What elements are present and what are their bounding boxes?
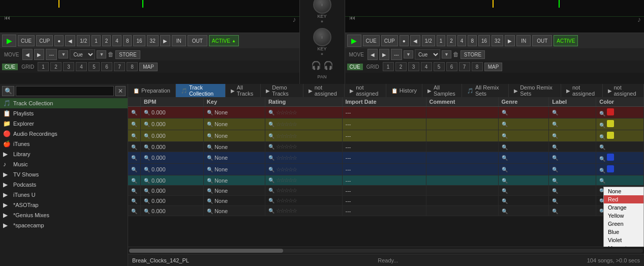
color-swatch[interactable] (607, 120, 614, 127)
deck-right-loop-2[interactable]: 2 (447, 35, 456, 46)
deck-left-move-prev[interactable]: ◀ (22, 49, 33, 60)
tab-demo-remix-sets[interactable]: ▶ Demo Remix Sets (509, 84, 561, 97)
color-swatch[interactable] (607, 154, 614, 161)
deck-right-cue-button[interactable]: CUE (363, 35, 380, 46)
sidebar-item-itunes-u[interactable]: ▶ iTunes U (0, 190, 128, 200)
row-rating[interactable]: 🔍 ☆☆☆☆☆ (265, 130, 342, 142)
row-stars[interactable]: ☆☆☆☆☆ (276, 208, 296, 214)
deck-right-loop-16[interactable]: 16 (478, 35, 490, 46)
deck-left-play-button[interactable]: ▶ (2, 35, 16, 47)
tab-demo-tracks[interactable]: ▶ Demo Tracks (261, 84, 303, 97)
color-option-red[interactable]: Red (604, 195, 643, 203)
table-row[interactable]: 🔍🔍 0.000🔍 None🔍 ☆☆☆☆☆---🔍 🔍 🔍 (128, 206, 644, 216)
row-rating[interactable]: 🔍 ☆☆☆☆☆ (265, 152, 342, 164)
key-dot-right[interactable]: ● (321, 51, 323, 56)
deck-left-cup-button[interactable]: CUP (36, 35, 53, 46)
key-knob-left[interactable]: i (313, 0, 331, 14)
headphones-left-icon[interactable]: 🎧 (311, 61, 321, 70)
row-stars[interactable]: ☆☆☆☆☆ (276, 109, 296, 115)
headphones-right-icon[interactable]: 🎧 (323, 61, 333, 70)
deck-left-loop-16[interactable]: 16 (133, 35, 145, 46)
deck-right-loop-prev[interactable]: ◀ (410, 35, 420, 46)
col-header-rating[interactable]: Rating (265, 97, 342, 107)
color-option-magenta[interactable]: Magenta (604, 244, 643, 247)
deck-left-map-button[interactable]: MAP (139, 63, 158, 71)
deck-right-grid-2[interactable]: 2 (395, 62, 407, 71)
deck-left-loop-8[interactable]: 8 (123, 35, 132, 46)
deck-left-trash-button[interactable]: 🗑 (108, 51, 114, 58)
deck-left-grid-2[interactable]: 2 (50, 62, 62, 71)
row-color[interactable]: 🔍 (596, 152, 644, 164)
row-rating[interactable]: 🔍 ☆☆☆☆☆ (265, 164, 342, 175)
deck-left-loop-2[interactable]: 2 (102, 35, 111, 46)
deck-right-loop-half[interactable]: 1/2 (422, 35, 435, 46)
tab-track-collection[interactable]: 🎵 Track Collection (176, 84, 226, 97)
deck-left-grid-1[interactable]: 1 (38, 62, 49, 71)
row-stars[interactable]: ☆☆☆☆☆ (276, 155, 296, 161)
row-search-icon[interactable]: 🔍 (128, 142, 141, 152)
sidebar-item-track-collection[interactable]: 🎵 Track Collection (0, 98, 128, 108)
deck-left-loop-1[interactable]: 1 (91, 35, 101, 46)
table-row[interactable]: 🔍🔍 0.000🔍 None🔍 ☆☆☆☆☆---🔍 🔍 🔍 (128, 130, 644, 142)
table-row[interactable]: 🔍🔍 0.000🔍 None🔍 ☆☆☆☆☆---🔍 🔍 🔍 (128, 186, 644, 196)
table-row[interactable]: 🔍🔍 0.000🔍 None🔍 ☆☆☆☆☆---🔍 🔍 🔍 (128, 164, 644, 175)
deck-left-grid-4[interactable]: 4 (76, 62, 87, 71)
sidebar-clear-button[interactable]: ✕ (115, 86, 126, 96)
deck-right-grid-1[interactable]: 1 (383, 62, 394, 71)
deck-right-loop-1[interactable]: 1 (437, 35, 446, 46)
color-option-green[interactable]: Green (604, 220, 643, 228)
deck-right-move-next[interactable]: ▶ (379, 49, 389, 60)
h-scrollbar[interactable] (128, 247, 644, 254)
sidebar-item-audio-recordings[interactable]: 🔴 Audio Recordings (0, 129, 128, 139)
row-search-icon[interactable]: 🔍 (128, 130, 141, 142)
sidebar-item-asotrap[interactable]: ▶ *ASOTrap (0, 200, 128, 210)
table-row[interactable]: 🔍🔍 0.000🔍 None🔍 ☆☆☆☆☆---🔍 🔍 🔍 (128, 175, 644, 186)
row-search-icon[interactable]: 🔍 (128, 175, 141, 186)
row-stars[interactable]: ☆☆☆☆☆ (276, 166, 296, 172)
deck-left-grid-5[interactable]: 5 (88, 62, 100, 71)
deck-left-cue-select[interactable]: Cue Loop Grid (70, 49, 95, 60)
deck-left-grid-6[interactable]: 6 (101, 62, 112, 71)
color-option-orange[interactable]: Orange (604, 203, 643, 212)
deck-left-move-next[interactable]: ▶ (34, 49, 44, 60)
deck-left-cue-dropdown[interactable]: ▼ (97, 50, 106, 58)
row-search-icon[interactable]: 🔍 (128, 164, 141, 175)
row-search-icon[interactable]: 🔍 (128, 196, 141, 206)
deck-right-loop-dot[interactable]: ● (400, 35, 409, 46)
row-stars[interactable]: ☆☆☆☆☆ (276, 143, 296, 150)
sidebar-item-itunes[interactable]: 🍎 iTunes (0, 139, 128, 149)
sidebar-item-library[interactable]: ▶ Library (0, 149, 128, 159)
deck-right-cup-button[interactable]: CUP (381, 35, 398, 46)
deck-right-play-button[interactable]: ▶ (347, 35, 361, 47)
row-color[interactable]: 🔍 (596, 119, 644, 130)
row-color[interactable]: 🔍 (596, 107, 644, 119)
deck-right-map-button[interactable]: MAP (484, 63, 503, 71)
table-row[interactable]: 🔍🔍 0.000🔍 None🔍 ☆☆☆☆☆---🔍 🔍 🔍 (128, 119, 644, 130)
sidebar-item-music[interactable]: ♪ Music (0, 159, 128, 169)
deck-left-loop-dot[interactable]: ● (54, 35, 64, 46)
row-stars[interactable]: ☆☆☆☆☆ (276, 197, 296, 203)
row-rating[interactable]: 🔍 ☆☆☆☆☆ (265, 107, 342, 119)
col-header-color[interactable]: Color (596, 97, 644, 107)
deck-right-cue-select[interactable]: Cue Loop Grid (415, 49, 440, 60)
col-header-key[interactable]: Key (203, 97, 265, 107)
row-rating[interactable]: 🔍 ☆☆☆☆☆ (265, 142, 342, 152)
sidebar-item-playlists[interactable]: 📋 Playlists (0, 108, 128, 119)
deck-right-trash-button[interactable]: 🗑 (453, 51, 459, 58)
deck-right-move-dots[interactable]: --- (391, 49, 402, 60)
deck-right-move-prev[interactable]: ◀ (367, 49, 378, 60)
row-rating[interactable]: 🔍 ☆☆☆☆☆ (265, 175, 342, 186)
col-header-comment[interactable]: Comment (426, 97, 498, 107)
tab-all-remix-sets[interactable]: 🎵 All Remix Sets (462, 84, 509, 97)
deck-left-out-button[interactable]: OUT (188, 35, 207, 46)
sidebar-search-button[interactable]: 🔍 (2, 86, 14, 96)
deck-left-cue-button[interactable]: CUE (18, 35, 35, 46)
table-scroll[interactable]: BPMKeyRatingImport DateCommentGenreLabel… (128, 97, 644, 247)
sidebar-item-genius-mixes[interactable]: ▶ *Genius Mixes (0, 210, 128, 220)
tab-preparation[interactable]: 📋 Preparation (128, 84, 176, 97)
sidebar-scroll[interactable]: 🎵 Track Collection📋 Playlists📁 Explorer🔴… (0, 98, 128, 266)
row-color[interactable]: 🔍 (596, 142, 644, 152)
sidebar-item-podcasts[interactable]: ▶ Podcasts (0, 180, 128, 190)
deck-right-grid-8[interactable]: 8 (472, 62, 483, 71)
row-search-icon[interactable]: 🔍 (128, 152, 141, 164)
